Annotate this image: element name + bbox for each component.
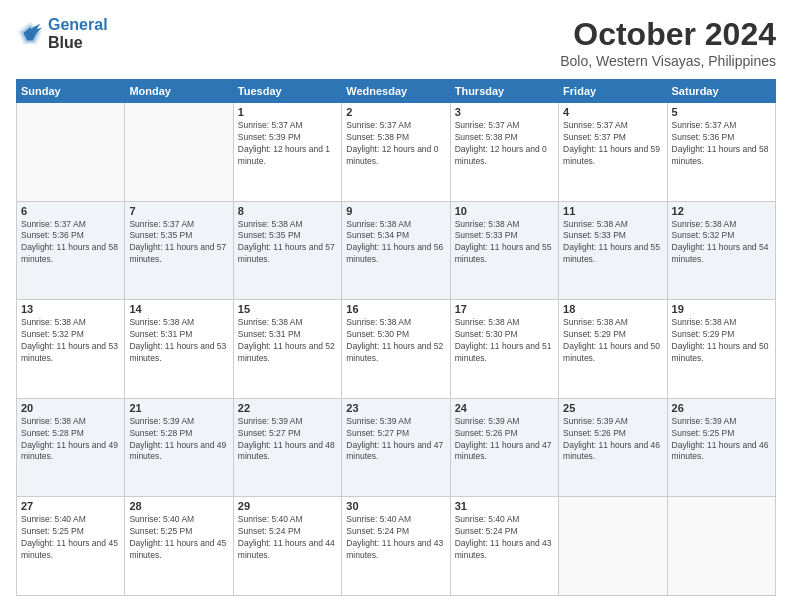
day-number: 28: [129, 500, 228, 512]
calendar-cell: 14Sunrise: 5:38 AMSunset: 5:31 PMDayligh…: [125, 300, 233, 399]
day-number: 23: [346, 402, 445, 414]
day-info: Sunrise: 5:37 AMSunset: 5:39 PMDaylight:…: [238, 120, 337, 168]
day-number: 7: [129, 205, 228, 217]
day-number: 20: [21, 402, 120, 414]
day-info: Sunrise: 5:38 AMSunset: 5:29 PMDaylight:…: [563, 317, 662, 365]
day-info: Sunrise: 5:38 AMSunset: 5:29 PMDaylight:…: [672, 317, 771, 365]
day-info: Sunrise: 5:38 AMSunset: 5:32 PMDaylight:…: [672, 219, 771, 267]
day-info: Sunrise: 5:39 AMSunset: 5:27 PMDaylight:…: [346, 416, 445, 464]
day-number: 6: [21, 205, 120, 217]
day-number: 21: [129, 402, 228, 414]
col-friday: Friday: [559, 80, 667, 103]
logo: General Blue: [16, 16, 108, 51]
day-number: 1: [238, 106, 337, 118]
calendar-cell: 30Sunrise: 5:40 AMSunset: 5:24 PMDayligh…: [342, 497, 450, 596]
title-area: October 2024 Bolo, Western Visayas, Phil…: [560, 16, 776, 69]
day-info: Sunrise: 5:40 AMSunset: 5:25 PMDaylight:…: [129, 514, 228, 562]
day-info: Sunrise: 5:38 AMSunset: 5:30 PMDaylight:…: [346, 317, 445, 365]
calendar-cell: 24Sunrise: 5:39 AMSunset: 5:26 PMDayligh…: [450, 398, 558, 497]
calendar-cell: 13Sunrise: 5:38 AMSunset: 5:32 PMDayligh…: [17, 300, 125, 399]
calendar-cell: 6Sunrise: 5:37 AMSunset: 5:36 PMDaylight…: [17, 201, 125, 300]
day-info: Sunrise: 5:38 AMSunset: 5:30 PMDaylight:…: [455, 317, 554, 365]
day-number: 9: [346, 205, 445, 217]
day-number: 16: [346, 303, 445, 315]
month-title: October 2024: [560, 16, 776, 53]
calendar-cell: 19Sunrise: 5:38 AMSunset: 5:29 PMDayligh…: [667, 300, 775, 399]
calendar-cell: 29Sunrise: 5:40 AMSunset: 5:24 PMDayligh…: [233, 497, 341, 596]
day-number: 22: [238, 402, 337, 414]
calendar-cell: 27Sunrise: 5:40 AMSunset: 5:25 PMDayligh…: [17, 497, 125, 596]
calendar-cell: 3Sunrise: 5:37 AMSunset: 5:38 PMDaylight…: [450, 103, 558, 202]
day-info: Sunrise: 5:39 AMSunset: 5:26 PMDaylight:…: [455, 416, 554, 464]
day-info: Sunrise: 5:37 AMSunset: 5:38 PMDaylight:…: [455, 120, 554, 168]
col-sunday: Sunday: [17, 80, 125, 103]
location: Bolo, Western Visayas, Philippines: [560, 53, 776, 69]
day-number: 14: [129, 303, 228, 315]
calendar-cell: 15Sunrise: 5:38 AMSunset: 5:31 PMDayligh…: [233, 300, 341, 399]
calendar-cell: [17, 103, 125, 202]
calendar-cell: 1Sunrise: 5:37 AMSunset: 5:39 PMDaylight…: [233, 103, 341, 202]
calendar-cell: 18Sunrise: 5:38 AMSunset: 5:29 PMDayligh…: [559, 300, 667, 399]
day-number: 24: [455, 402, 554, 414]
day-info: Sunrise: 5:37 AMSunset: 5:36 PMDaylight:…: [672, 120, 771, 168]
calendar-cell: 4Sunrise: 5:37 AMSunset: 5:37 PMDaylight…: [559, 103, 667, 202]
calendar-cell: 20Sunrise: 5:38 AMSunset: 5:28 PMDayligh…: [17, 398, 125, 497]
day-number: 13: [21, 303, 120, 315]
day-number: 2: [346, 106, 445, 118]
col-wednesday: Wednesday: [342, 80, 450, 103]
day-info: Sunrise: 5:39 AMSunset: 5:28 PMDaylight:…: [129, 416, 228, 464]
calendar-cell: 8Sunrise: 5:38 AMSunset: 5:35 PMDaylight…: [233, 201, 341, 300]
day-number: 30: [346, 500, 445, 512]
calendar-cell: 22Sunrise: 5:39 AMSunset: 5:27 PMDayligh…: [233, 398, 341, 497]
calendar-cell: 12Sunrise: 5:38 AMSunset: 5:32 PMDayligh…: [667, 201, 775, 300]
day-info: Sunrise: 5:39 AMSunset: 5:25 PMDaylight:…: [672, 416, 771, 464]
page: General Blue October 2024 Bolo, Western …: [0, 0, 792, 612]
day-number: 17: [455, 303, 554, 315]
day-info: Sunrise: 5:37 AMSunset: 5:38 PMDaylight:…: [346, 120, 445, 168]
day-number: 8: [238, 205, 337, 217]
calendar-cell: 25Sunrise: 5:39 AMSunset: 5:26 PMDayligh…: [559, 398, 667, 497]
calendar-week-5: 27Sunrise: 5:40 AMSunset: 5:25 PMDayligh…: [17, 497, 776, 596]
calendar-cell: 2Sunrise: 5:37 AMSunset: 5:38 PMDaylight…: [342, 103, 450, 202]
col-tuesday: Tuesday: [233, 80, 341, 103]
header: General Blue October 2024 Bolo, Western …: [16, 16, 776, 69]
calendar-week-3: 13Sunrise: 5:38 AMSunset: 5:32 PMDayligh…: [17, 300, 776, 399]
day-info: Sunrise: 5:38 AMSunset: 5:33 PMDaylight:…: [563, 219, 662, 267]
calendar-cell: [125, 103, 233, 202]
day-info: Sunrise: 5:38 AMSunset: 5:33 PMDaylight:…: [455, 219, 554, 267]
calendar-cell: [667, 497, 775, 596]
day-info: Sunrise: 5:40 AMSunset: 5:24 PMDaylight:…: [238, 514, 337, 562]
day-info: Sunrise: 5:38 AMSunset: 5:35 PMDaylight:…: [238, 219, 337, 267]
day-number: 4: [563, 106, 662, 118]
day-number: 25: [563, 402, 662, 414]
calendar-cell: 17Sunrise: 5:38 AMSunset: 5:30 PMDayligh…: [450, 300, 558, 399]
calendar-week-4: 20Sunrise: 5:38 AMSunset: 5:28 PMDayligh…: [17, 398, 776, 497]
day-number: 31: [455, 500, 554, 512]
col-monday: Monday: [125, 80, 233, 103]
day-info: Sunrise: 5:40 AMSunset: 5:24 PMDaylight:…: [455, 514, 554, 562]
day-number: 5: [672, 106, 771, 118]
day-info: Sunrise: 5:39 AMSunset: 5:27 PMDaylight:…: [238, 416, 337, 464]
day-number: 10: [455, 205, 554, 217]
day-info: Sunrise: 5:38 AMSunset: 5:34 PMDaylight:…: [346, 219, 445, 267]
calendar-cell: 21Sunrise: 5:39 AMSunset: 5:28 PMDayligh…: [125, 398, 233, 497]
day-info: Sunrise: 5:38 AMSunset: 5:31 PMDaylight:…: [238, 317, 337, 365]
col-thursday: Thursday: [450, 80, 558, 103]
calendar-week-1: 1Sunrise: 5:37 AMSunset: 5:39 PMDaylight…: [17, 103, 776, 202]
day-number: 11: [563, 205, 662, 217]
calendar-cell: 23Sunrise: 5:39 AMSunset: 5:27 PMDayligh…: [342, 398, 450, 497]
calendar-cell: [559, 497, 667, 596]
calendar-cell: 7Sunrise: 5:37 AMSunset: 5:35 PMDaylight…: [125, 201, 233, 300]
day-number: 15: [238, 303, 337, 315]
calendar-cell: 26Sunrise: 5:39 AMSunset: 5:25 PMDayligh…: [667, 398, 775, 497]
calendar-cell: 5Sunrise: 5:37 AMSunset: 5:36 PMDaylight…: [667, 103, 775, 202]
day-number: 26: [672, 402, 771, 414]
day-number: 29: [238, 500, 337, 512]
day-info: Sunrise: 5:38 AMSunset: 5:31 PMDaylight:…: [129, 317, 228, 365]
day-number: 3: [455, 106, 554, 118]
day-number: 27: [21, 500, 120, 512]
calendar-cell: 11Sunrise: 5:38 AMSunset: 5:33 PMDayligh…: [559, 201, 667, 300]
logo-text: General Blue: [48, 16, 108, 51]
day-info: Sunrise: 5:40 AMSunset: 5:24 PMDaylight:…: [346, 514, 445, 562]
calendar-table: Sunday Monday Tuesday Wednesday Thursday…: [16, 79, 776, 596]
